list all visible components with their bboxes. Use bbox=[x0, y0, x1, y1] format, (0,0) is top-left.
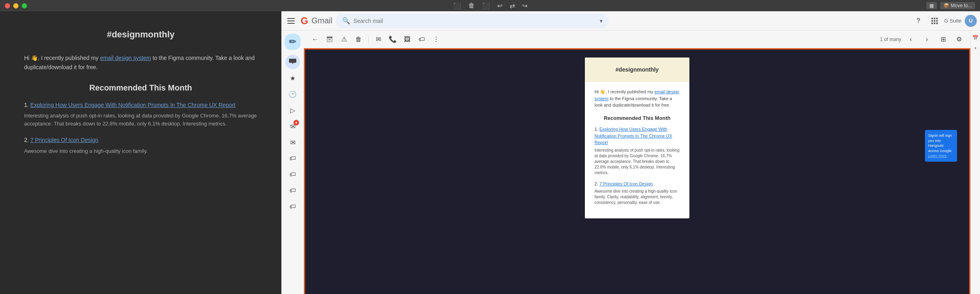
back-to-inbox-button[interactable]: ← bbox=[309, 33, 322, 46]
rendered-item-1-header: 1. Exploring How Users Engage With Notif… bbox=[595, 126, 680, 146]
gmail-logo-text: Gmail bbox=[312, 16, 332, 25]
gmail-logo-g: G bbox=[301, 15, 308, 27]
sidebar-item-sent[interactable]: ▷ bbox=[285, 103, 300, 117]
compose-button[interactable]: ✏ bbox=[285, 34, 301, 50]
right-sidebar-calendar-icon[interactable]: 📅 bbox=[972, 34, 980, 42]
email-view-toolbar: ← ⚠ 🗑 ✉ 📞 🖼 🏷 ⋮ 1 of many ‹ › bbox=[304, 31, 970, 48]
rendered-item-1-link[interactable]: Exploring How Users Engage With Notifica… bbox=[595, 127, 672, 145]
email-content: #designmonthly Hi 👋, I recently publishe… bbox=[0, 11, 281, 179]
delete-button[interactable]: 🗑 bbox=[352, 33, 365, 46]
search-input[interactable] bbox=[353, 18, 597, 24]
sidebar-item-snoozed[interactable]: 🕐 bbox=[285, 87, 300, 101]
email-item-2-desc: Awesome dive into creating a high-qualit… bbox=[24, 147, 257, 155]
gmail-header-right: ? G Suite U bbox=[912, 14, 977, 27]
email-item-1-desc: Interesting analysis of push opt-in rate… bbox=[24, 112, 257, 127]
sign-in-learn-more-link[interactable]: Learn more bbox=[928, 154, 947, 158]
rendered-section-title: Recommended This Month bbox=[595, 114, 680, 122]
rendered-email-body: #designmonthly Hi 👋, I recently publishe… bbox=[305, 49, 969, 294]
rendered-greeting: Hi 👋, I recently published my email desi… bbox=[595, 88, 680, 109]
rendered-item-2-desc: Awesome dive into creating a high-qualit… bbox=[595, 189, 680, 206]
svg-rect-14 bbox=[328, 39, 331, 40]
sidebar-item-drafts[interactable]: ✉ ● bbox=[285, 119, 300, 134]
email-item-1: 1. Exploring How Users Engage With Notif… bbox=[24, 101, 257, 127]
toolbar-copy[interactable]: ⬛ bbox=[480, 1, 492, 10]
toolbar-undo[interactable]: ↩ bbox=[495, 1, 504, 10]
maximize-button[interactable] bbox=[22, 3, 27, 8]
app-container: #designmonthly Hi 👋, I recently publishe… bbox=[0, 11, 980, 294]
email-item-1-header: 1. Exploring How Users Engage With Notif… bbox=[24, 101, 257, 109]
svg-rect-11 bbox=[936, 23, 938, 24]
close-button[interactable] bbox=[5, 3, 10, 8]
toolbar-delete[interactable]: 🗑 bbox=[466, 1, 477, 10]
svg-rect-10 bbox=[934, 23, 935, 24]
settings-button[interactable]: ⚙ bbox=[953, 33, 966, 46]
user-avatar[interactable]: U bbox=[965, 15, 977, 27]
svg-rect-12 bbox=[327, 37, 332, 38]
archive-button[interactable] bbox=[323, 33, 336, 46]
svg-rect-9 bbox=[931, 23, 933, 24]
gmail-sidebar: ✏ ★ 🕐 ▷ ✉ ● ✉ 🏷 🏷 🏷 🏷 bbox=[281, 31, 304, 294]
email-item-2-header: 2. 7 Principles Of Icon Design bbox=[24, 136, 257, 144]
email-item-1-link[interactable]: Exploring How Users Engage With Notifica… bbox=[31, 102, 236, 108]
email-item-1-number: 1. bbox=[24, 102, 29, 108]
rendered-greeting-text: Hi 👋, I recently published my bbox=[595, 89, 653, 94]
hamburger-menu[interactable] bbox=[285, 14, 297, 27]
prev-email-button[interactable]: ‹ bbox=[904, 33, 917, 46]
rendered-item-2-link[interactable]: 7 Principles Of Icon Design bbox=[599, 181, 653, 186]
move-to-button[interactable]: 📦 Move to... bbox=[940, 2, 975, 9]
email-frame: #designmonthly Hi 👋, I recently publishe… bbox=[304, 48, 970, 294]
gmail-search-bar[interactable]: 🔍 ▾ bbox=[336, 14, 609, 28]
svg-rect-0 bbox=[287, 18, 295, 19]
email-panel: #designmonthly Hi 👋, I recently publishe… bbox=[0, 11, 281, 294]
tag-button[interactable]: 🏷 bbox=[415, 33, 428, 46]
pagination-text: 1 of many bbox=[880, 37, 901, 42]
sign-in-popup: Signin will sign you into Hangouts acros… bbox=[925, 130, 957, 162]
toolbar-nav-back[interactable]: ⬛ bbox=[451, 1, 463, 10]
sidebar-item-label2[interactable]: 🏷 bbox=[285, 167, 300, 182]
svg-rect-4 bbox=[934, 18, 935, 19]
share-button[interactable]: ▦ bbox=[926, 2, 937, 9]
phone-button[interactable]: 📞 bbox=[386, 33, 399, 46]
svg-rect-5 bbox=[936, 18, 938, 19]
toolbar-forward[interactable]: ↪ bbox=[520, 1, 529, 10]
gmail-right-sidebar: 📅 + bbox=[970, 31, 980, 294]
sidebar-item-label4[interactable]: 🏷 bbox=[285, 199, 300, 214]
sidebar-item-mail[interactable]: ✉ bbox=[285, 135, 300, 150]
rendered-email-header: #designmonthly bbox=[585, 58, 689, 82]
image-button[interactable]: 🖼 bbox=[401, 33, 414, 46]
rendered-item-2-num: 2. bbox=[595, 181, 598, 186]
gsuite-text: G Suite bbox=[944, 18, 962, 24]
spam-button[interactable]: ⚠ bbox=[338, 33, 351, 46]
svg-rect-7 bbox=[934, 20, 935, 22]
drafts-badge: ● bbox=[293, 120, 299, 125]
email-item-2-number: 2. bbox=[24, 137, 29, 143]
sidebar-item-label1[interactable]: 🏷 bbox=[285, 151, 300, 166]
mac-titlebar: ⬛ 🗑 ⬛ ↩ ⇄ ↪ ▦ 📦 Move to... bbox=[0, 0, 980, 11]
rendered-item-1-desc: Interesting analysis of push opt-in rate… bbox=[595, 148, 680, 176]
rendered-item-1: 1. Exploring How Users Engage With Notif… bbox=[595, 126, 680, 176]
svg-rect-8 bbox=[936, 20, 938, 22]
right-sidebar-add-icon[interactable]: + bbox=[972, 44, 980, 52]
email-design-system-link[interactable]: email design system bbox=[100, 55, 151, 61]
next-email-button[interactable]: › bbox=[921, 33, 933, 46]
sidebar-item-starred[interactable]: ★ bbox=[285, 71, 300, 85]
sign-in-text: Signin will sign you into Hangouts acros… bbox=[928, 134, 953, 153]
sidebar-item-inbox[interactable] bbox=[285, 55, 300, 69]
svg-rect-2 bbox=[287, 23, 295, 24]
gmail-panel: G Gmail 🔍 ▾ ? bbox=[281, 11, 980, 294]
sidebar-item-label3[interactable]: 🏷 bbox=[285, 183, 300, 198]
rendered-email: #designmonthly Hi 👋, I recently publishe… bbox=[305, 49, 969, 294]
email-action-button[interactable]: ✉ bbox=[372, 33, 385, 46]
toolbar-redo-all[interactable]: ⇄ bbox=[508, 1, 517, 10]
more-options-button[interactable]: ⋮ bbox=[430, 33, 443, 46]
mac-toolbar-right: ▦ 📦 Move to... bbox=[926, 2, 975, 9]
compose-icon: ✏ bbox=[289, 37, 296, 47]
mac-toolbar: ⬛ 🗑 ⬛ ↩ ⇄ ↪ bbox=[451, 1, 529, 10]
minimize-button[interactable] bbox=[13, 3, 18, 8]
view-toggle-button[interactable]: ⊞ bbox=[937, 33, 949, 46]
help-icon[interactable]: ? bbox=[912, 14, 925, 27]
email-item-2-link[interactable]: 7 Principles Of Icon Design bbox=[31, 137, 98, 143]
gmail-body: ✏ ★ 🕐 ▷ ✉ ● ✉ 🏷 🏷 🏷 🏷 bbox=[281, 31, 980, 294]
apps-icon[interactable] bbox=[928, 14, 941, 27]
search-dropdown-icon[interactable]: ▾ bbox=[600, 18, 603, 24]
